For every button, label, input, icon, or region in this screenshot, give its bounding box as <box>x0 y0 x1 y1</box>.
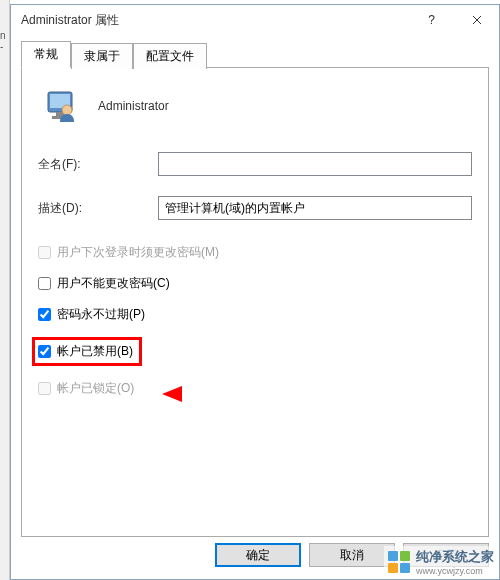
description-input[interactable] <box>158 196 472 220</box>
checkbox-account-disabled[interactable] <box>38 345 51 358</box>
checkbox-never-expires-label: 密码永不过期(P) <box>57 306 145 323</box>
help-button[interactable]: ? <box>409 5 454 35</box>
checkbox-locked-label: 帐户已锁定(O) <box>57 380 134 397</box>
watermark-logo-icon <box>388 551 410 573</box>
checkbox-locked <box>38 382 51 395</box>
tab-panel-general: Administrator 全名(F): 描述(D): 用户下次登录时须更改密码… <box>21 67 489 537</box>
titlebar: Administrator 属性 ? <box>11 5 499 35</box>
checkbox-cannot-change[interactable] <box>38 277 51 290</box>
properties-dialog: Administrator 属性 ? 常规 隶属于 配置文件 <box>10 4 500 580</box>
tab-general[interactable]: 常规 <box>21 41 71 68</box>
watermark: 纯净系统之家 www.ycwjzy.com <box>384 546 498 578</box>
watermark-url: www.ycwjzy.com <box>416 566 494 576</box>
background-window-strip: n - <box>0 0 10 580</box>
checkbox-must-change-row: 用户下次登录时须更改密码(M) <box>38 244 472 261</box>
checkbox-cannot-change-label: 用户不能更改密码(C) <box>57 275 170 292</box>
checkbox-account-disabled-label: 帐户已禁用(B) <box>57 343 133 360</box>
user-icon <box>42 88 78 124</box>
checkbox-must-change <box>38 246 51 259</box>
tab-profile[interactable]: 配置文件 <box>133 43 207 69</box>
fullname-label: 全名(F): <box>38 156 158 173</box>
user-name-label: Administrator <box>98 99 169 113</box>
checkbox-never-expires[interactable] <box>38 308 51 321</box>
cancel-button[interactable]: 取消 <box>309 543 395 567</box>
close-button[interactable] <box>454 5 499 35</box>
description-label: 描述(D): <box>38 200 158 217</box>
svg-point-4 <box>62 105 72 115</box>
tab-strip: 常规 隶属于 配置文件 <box>21 41 489 67</box>
arrow-annotation <box>162 384 282 404</box>
checkbox-never-expires-row[interactable]: 密码永不过期(P) <box>38 306 472 323</box>
checkbox-cannot-change-row[interactable]: 用户不能更改密码(C) <box>38 275 472 292</box>
checkbox-must-change-label: 用户下次登录时须更改密码(M) <box>57 244 219 261</box>
highlight-annotation: 帐户已禁用(B) <box>32 337 142 366</box>
watermark-text: 纯净系统之家 <box>416 548 494 566</box>
close-icon <box>472 15 482 25</box>
ok-button[interactable]: 确定 <box>215 543 301 567</box>
tab-memberof[interactable]: 隶属于 <box>71 43 133 69</box>
fullname-input[interactable] <box>158 152 472 176</box>
window-title: Administrator 属性 <box>21 12 409 29</box>
